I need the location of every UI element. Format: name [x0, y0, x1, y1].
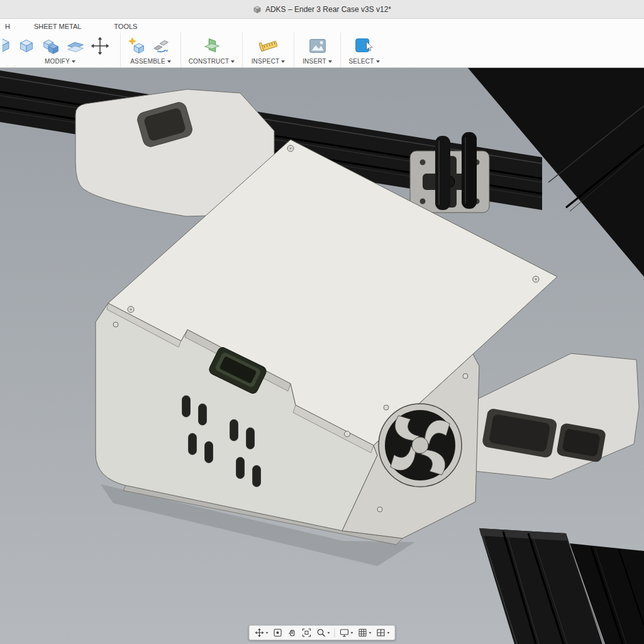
chevron-down-icon	[167, 60, 171, 63]
chevron-down-icon	[72, 60, 75, 63]
combine-icon[interactable]	[40, 35, 62, 57]
tab-tools[interactable]: TOOLS	[110, 21, 141, 33]
viewport-canvas[interactable]	[0, 68, 644, 644]
toolbar-group-inspect: INSPECT	[243, 33, 294, 67]
toolbar-tabs: H SHEET METAL TOOLS	[0, 19, 644, 33]
chevron-down-icon	[328, 60, 332, 63]
toolbar-group-construct: CONSTRUCT	[181, 33, 243, 67]
toolbar-group-insert: INSERT	[294, 33, 341, 67]
chevron-down-icon	[376, 60, 380, 63]
select-menu[interactable]: SELECT	[346, 57, 382, 65]
modify-menu[interactable]: MODIFY	[5, 57, 115, 65]
chevron-down-icon	[328, 632, 330, 634]
look-at-button[interactable]	[273, 628, 283, 638]
construct-menu[interactable]: CONSTRUCT	[186, 57, 237, 65]
toolbar-group-modify: MODIFY	[0, 33, 121, 67]
press-pull-partial-icon[interactable]	[3, 35, 13, 57]
inspect-menu[interactable]: INSPECT	[248, 57, 289, 65]
zoom-button[interactable]	[316, 628, 330, 638]
grid-and-snaps-button[interactable]	[358, 628, 372, 638]
document-cube-icon	[253, 5, 262, 14]
insert-image-icon[interactable]	[307, 35, 328, 57]
viewport[interactable]	[0, 68, 644, 644]
zoom-window-button[interactable]	[302, 628, 312, 638]
titlebar: ADKS – Ender 3 Rear Case v3S v12*	[0, 0, 644, 19]
chevron-down-icon	[231, 60, 235, 63]
select-cursor-icon[interactable]	[353, 35, 375, 57]
assemble-menu[interactable]: ASSEMBLE	[126, 57, 175, 65]
chevron-down-icon	[369, 632, 372, 634]
tab-sheet-metal[interactable]: SHEET METAL	[30, 21, 85, 33]
pan-button[interactable]	[255, 628, 269, 638]
move-copy-icon[interactable]	[89, 35, 111, 57]
viewports-button[interactable]	[376, 628, 390, 638]
construction-plane-icon[interactable]	[201, 35, 223, 57]
cooling-fan-grille[interactable]	[379, 404, 462, 487]
chevron-down-icon	[266, 632, 269, 634]
shell-sheets-icon[interactable]	[65, 35, 86, 57]
chevron-down-icon	[351, 632, 353, 634]
chevron-down-icon	[281, 60, 285, 63]
navbar-divider	[335, 628, 335, 638]
document-title: ADKS – Ender 3 Rear Case v3S v12*	[265, 5, 391, 14]
fusion-window: ADKS – Ender 3 Rear Case v3S v12* H SHEE…	[0, 0, 644, 644]
pan-hand-button[interactable]	[287, 628, 297, 638]
joint-icon[interactable]	[150, 35, 172, 57]
ribbon-toolbar: MODIFY	[0, 33, 644, 68]
new-component-icon[interactable]	[126, 35, 147, 57]
tab-partial[interactable]: H	[1, 21, 14, 33]
chevron-down-icon	[387, 632, 390, 634]
toolbar-group-assemble: ASSEMBLE	[121, 33, 181, 67]
insert-menu[interactable]: INSERT	[299, 57, 335, 65]
display-settings-button[interactable]	[340, 628, 353, 638]
toolbar-group-select: SELECT	[341, 33, 387, 67]
measure-icon[interactable]	[258, 35, 279, 57]
navigation-bar	[249, 625, 396, 640]
press-pull-icon[interactable]	[16, 35, 37, 57]
